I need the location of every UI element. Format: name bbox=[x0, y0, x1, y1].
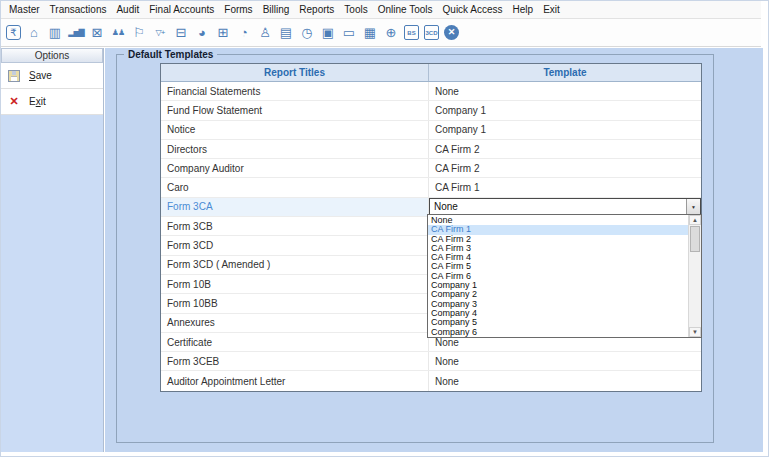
report-title: Financial Statements bbox=[167, 86, 260, 97]
template-value: None bbox=[435, 86, 459, 97]
report-title: Form 3CEB bbox=[167, 356, 219, 367]
contact-card-icon[interactable]: ▭ bbox=[341, 24, 357, 41]
menu-item-audit[interactable]: Audit bbox=[111, 4, 144, 15]
bar-chart-icon[interactable]: ▂▅▇ bbox=[68, 24, 84, 41]
report-title: Form 3CD ( Amended ) bbox=[167, 259, 270, 270]
building-icon[interactable]: ▥ bbox=[47, 24, 63, 41]
dropdown-scrollbar[interactable]: ▲ ▼ bbox=[688, 215, 701, 337]
folder-add-icon[interactable]: ⊕ bbox=[383, 24, 399, 41]
menu-item-billing[interactable]: Billing bbox=[258, 4, 295, 15]
template-dropdown: NoneCA Firm 1CA Firm 2CA Firm 3CA Firm 4… bbox=[427, 214, 702, 338]
calculator-icon[interactable]: ⊞ bbox=[215, 24, 231, 41]
ledger-book-icon[interactable]: ▤ bbox=[278, 24, 294, 41]
report-title: Caro bbox=[167, 182, 189, 193]
combobox-value: None bbox=[434, 201, 458, 212]
save-floppy-icon bbox=[8, 70, 20, 82]
exit-x-icon: ✕ bbox=[8, 95, 20, 108]
report-title: Directors bbox=[167, 144, 207, 155]
menu-item-exit[interactable]: Exit bbox=[538, 4, 565, 15]
table-row[interactable]: Company AuditorCA Firm 2 bbox=[161, 159, 701, 178]
table-row[interactable]: Auditor Appointment LetterNone bbox=[161, 371, 701, 390]
rupee-ledger-icon[interactable]: ₹ bbox=[6, 25, 21, 40]
menu-item-master[interactable]: Master bbox=[4, 4, 45, 15]
report-title: Form 3CB bbox=[167, 221, 213, 232]
sidebar-items: Save✕Exit bbox=[1, 63, 103, 115]
menu-item-forms[interactable]: Forms bbox=[219, 4, 257, 15]
form-3cd-icon[interactable]: 3CD bbox=[424, 25, 439, 40]
menu-item-help[interactable]: Help bbox=[508, 4, 539, 15]
menu-item-online-tools[interactable]: Online Tools bbox=[373, 4, 438, 15]
template-value: CA Firm 1 bbox=[435, 182, 479, 193]
table-row[interactable]: Financial StatementsNone bbox=[161, 82, 701, 101]
template-value: None bbox=[435, 356, 459, 367]
table-row[interactable]: Form 3CEBNone bbox=[161, 352, 701, 371]
sidebar-item-exit[interactable]: ✕Exit bbox=[1, 89, 103, 115]
chevron-down-icon: ▼ bbox=[691, 204, 696, 210]
sidebar-title: Options bbox=[35, 50, 69, 61]
report-window-icon[interactable]: ▣ bbox=[320, 24, 336, 41]
tag-icon[interactable]: ⚐ bbox=[131, 24, 147, 41]
gift-icon[interactable]: ⊠ bbox=[89, 24, 105, 41]
toolbar: ₹⌂▥▂▅▇⊠♟♟⚐▽+⊟◕⊞◔♙▤◷▣▭▦⊕BS3CD✕ bbox=[1, 19, 761, 47]
table-row[interactable]: Fund Flow StatementCompany 1 bbox=[161, 101, 701, 120]
table-row[interactable]: NoticeCompany 1 bbox=[161, 121, 701, 140]
sidebar-options-header: Options bbox=[1, 48, 103, 63]
scroll-up-icon[interactable]: ▲ bbox=[689, 215, 701, 225]
report-title: Company Auditor bbox=[167, 163, 244, 174]
page-title: Default Templates bbox=[124, 49, 217, 60]
template-value: None bbox=[435, 376, 459, 387]
partners-group-icon[interactable]: ♟♟ bbox=[110, 24, 126, 41]
scroll-down-icon[interactable]: ▼ bbox=[689, 327, 701, 337]
report-title: Fund Flow Statement bbox=[167, 105, 262, 116]
sidebar: Options Save✕Exit bbox=[1, 48, 104, 452]
time-info-icon[interactable]: ◷ bbox=[299, 24, 315, 41]
report-title: Form 3CA bbox=[167, 201, 213, 212]
home-icon[interactable]: ⌂ bbox=[26, 24, 42, 41]
template-value: Company 1 bbox=[435, 124, 486, 135]
table-row[interactable]: DirectorsCA Firm 2 bbox=[161, 140, 701, 159]
payroll-icon[interactable]: ♙ bbox=[257, 24, 273, 41]
template-value: None bbox=[435, 337, 459, 348]
report-title: Certificate bbox=[167, 337, 212, 348]
report-title: Auditor Appointment Letter bbox=[167, 376, 285, 387]
template-value: Company 1 bbox=[435, 105, 486, 116]
report-title: Notice bbox=[167, 124, 195, 135]
column-header-template: Template bbox=[429, 64, 701, 81]
menu-item-transactions[interactable]: Transactions bbox=[45, 4, 112, 15]
table-header-row: Report Titles Template bbox=[161, 64, 701, 82]
cash-counter-icon[interactable]: ⊟ bbox=[173, 24, 189, 41]
report-title: Form 10B bbox=[167, 279, 211, 290]
sidebar-item-label: Exit bbox=[29, 96, 46, 107]
menu-item-reports[interactable]: Reports bbox=[294, 4, 339, 15]
balance-sheet-icon[interactable]: BS bbox=[404, 25, 419, 40]
report-title: Form 3CD bbox=[167, 240, 213, 251]
pie-chart-icon[interactable]: ◔ bbox=[236, 24, 252, 41]
filter-add-icon[interactable]: ▽+ bbox=[152, 24, 168, 41]
template-value: CA Firm 2 bbox=[435, 144, 479, 155]
template-value: CA Firm 2 bbox=[435, 163, 479, 174]
table-row[interactable]: CaroCA Firm 1 bbox=[161, 178, 701, 197]
report-title: Form 10BB bbox=[167, 298, 218, 309]
column-header-report-titles: Report Titles bbox=[161, 64, 429, 81]
sidebar-item-save[interactable]: Save bbox=[1, 63, 103, 89]
dropdown-option[interactable]: Company 6 bbox=[428, 328, 688, 337]
menu-item-quick-access[interactable]: Quick Access bbox=[438, 4, 508, 15]
combobox-dropdown-button[interactable]: ▼ bbox=[686, 199, 700, 215]
menu-bar: MasterTransactionsAuditFinal AccountsFor… bbox=[1, 1, 761, 19]
sidebar-item-label: Save bbox=[29, 70, 52, 81]
menu-item-tools[interactable]: Tools bbox=[339, 4, 372, 15]
report-title: Annexures bbox=[167, 317, 215, 328]
main-area: Default Templates Report Titles Template… bbox=[105, 48, 763, 452]
power-globe-icon[interactable]: ◕ bbox=[194, 24, 210, 41]
menu-item-final-accounts[interactable]: Final Accounts bbox=[144, 4, 219, 15]
dropdown-list: NoneCA Firm 1CA Firm 2CA Firm 3CA Firm 4… bbox=[428, 215, 688, 337]
close-icon[interactable]: ✕ bbox=[444, 25, 459, 40]
scrollbar-thumb[interactable] bbox=[690, 226, 700, 252]
calendar-icon[interactable]: ▦ bbox=[362, 24, 378, 41]
app-window: MasterTransactionsAuditFinal AccountsFor… bbox=[0, 0, 769, 457]
